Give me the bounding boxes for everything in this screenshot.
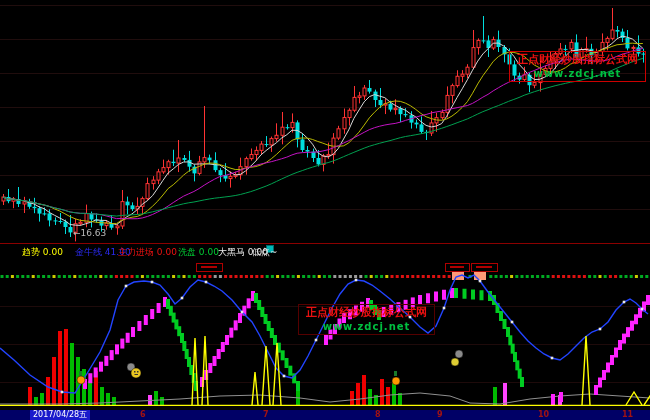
indicator-label-bar[interactable]: 趋势 0.00金牛线 41.00主力进场 0.00洗盘 0.00大黑马 0.00…	[0, 244, 650, 260]
axis-month-label: 9	[437, 410, 443, 420]
date-label[interactable]: 2017/04/28五	[30, 410, 90, 420]
indicator-label: 洗盘 0.00	[178, 247, 219, 257]
axis-month-label: 11	[622, 410, 633, 420]
time-axis-bar[interactable]: 2017/04/28五 67891011	[0, 410, 650, 420]
watermark-bottom: 正点财经炒股指标公式网 www.zdcj.net	[298, 304, 435, 335]
axis-month-label: 10	[538, 410, 549, 420]
watermark-bottom-url: www.zdcj.net	[302, 320, 431, 333]
indicator-label: 低点~	[252, 247, 278, 257]
watermark-top: 正点财经炒股指标公式网 www.zdcj.net	[509, 51, 646, 82]
indicator-label: 趋势 0.00	[22, 247, 63, 257]
watermark-bottom-title: 正点财经炒股指标公式网	[302, 306, 431, 320]
kline-chart[interactable]	[0, 0, 650, 243]
stock-chart-window: 正点财经炒股指标公式网 www.zdcj.net ←16.63 趋势 0.00金…	[0, 0, 650, 420]
axis-month-label: 7	[263, 410, 269, 420]
axis-month-label: 8	[375, 410, 381, 420]
price-low-annotation: ←16.63	[73, 228, 106, 238]
axis-month-label: 6	[140, 410, 146, 420]
watermark-top-title: 正点财经炒股指标公式网	[513, 53, 642, 67]
indicator-label: 主力进场 0.00	[118, 247, 177, 257]
watermark-top-url: www.zdcj.net	[513, 67, 642, 80]
